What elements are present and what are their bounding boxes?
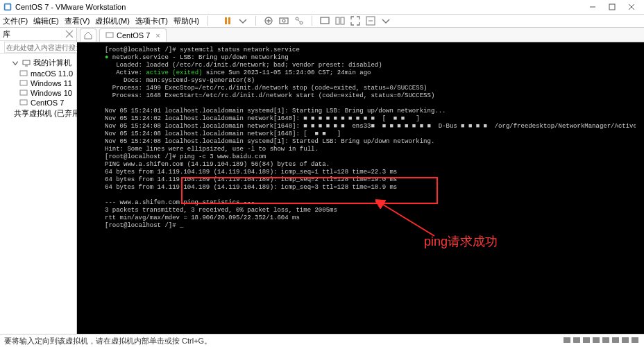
- svg-rect-31: [583, 337, 590, 343]
- library-label: 库: [3, 29, 10, 40]
- title-bar: CentOS 7 - VMware Workstation: [0, 0, 644, 15]
- menu-edit[interactable]: 编辑(E): [33, 16, 59, 26]
- chevron-down-icon: [11, 59, 19, 67]
- tree-item-win11[interactable]: Windows 11: [1, 78, 75, 88]
- menu-view[interactable]: 查看(V): [65, 16, 90, 26]
- tab-centos7[interactable]: CentOS 7 ×: [99, 28, 167, 42]
- vm-icon: [19, 69, 28, 78]
- menu-help[interactable]: 帮助(H): [173, 16, 199, 26]
- menu-tabs[interactable]: 选项卡(T): [135, 16, 168, 26]
- svg-point-11: [296, 17, 298, 20]
- stretch-icon[interactable]: [365, 15, 376, 26]
- svg-rect-33: [602, 337, 609, 343]
- svg-rect-13: [321, 17, 329, 24]
- app-logo-icon: [3, 2, 12, 12]
- tab-label: CentOS 7: [117, 31, 150, 40]
- vm-icon: [19, 99, 28, 107]
- home-tab[interactable]: [80, 28, 96, 42]
- svg-rect-26: [20, 100, 27, 105]
- svg-rect-7: [228, 17, 230, 24]
- svg-rect-25: [20, 90, 27, 95]
- computer-icon: [22, 59, 31, 67]
- tab-close-icon[interactable]: ×: [155, 31, 160, 40]
- tree-item-centos7[interactable]: CentOS 7: [1, 98, 75, 108]
- svg-rect-24: [20, 81, 27, 85]
- send-button-icon[interactable]: [263, 15, 274, 26]
- close-icon[interactable]: [65, 30, 74, 38]
- vm-icon: [19, 79, 28, 87]
- svg-rect-27: [106, 33, 113, 37]
- tree-item-macos[interactable]: macOS 11.0: [1, 69, 75, 78]
- tabs-row: CentOS 7 ×: [77, 28, 644, 42]
- unity-view-icon[interactable]: [334, 15, 346, 26]
- console-scrollbar[interactable]: [636, 42, 644, 335]
- menu-file[interactable]: 文件(F): [3, 16, 28, 26]
- svg-rect-14: [336, 17, 339, 24]
- tree-root-my-computer[interactable]: 我的计算机: [1, 57, 75, 69]
- tree-shared-vms[interactable]: 共享虚拟机 (已弃用): [1, 108, 75, 119]
- svg-rect-35: [622, 337, 629, 343]
- svg-point-12: [300, 22, 303, 24]
- svg-rect-32: [593, 337, 600, 343]
- console-view-icon[interactable]: [319, 15, 330, 26]
- chevron-down-icon-2[interactable]: [380, 15, 391, 26]
- pause-icon[interactable]: [222, 15, 233, 26]
- vm-toolbar: [222, 15, 391, 26]
- svg-rect-1: [6, 5, 10, 10]
- chevron-down-icon[interactable]: [237, 15, 248, 26]
- svg-rect-23: [20, 71, 27, 76]
- svg-rect-29: [564, 337, 570, 343]
- menu-bar: 文件(F) 编辑(E) 查看(V) 虚拟机(M) 选项卡(T) 帮助(H): [0, 15, 644, 28]
- home-icon: [84, 31, 92, 40]
- annotation-text: ping请求成功: [424, 233, 498, 250]
- vm-terminal-output: [root@localhost /]# systemctl status net…: [77, 42, 636, 335]
- window-title: CentOS 7 - VMware Workstation: [15, 3, 126, 11]
- snapshot-mgr-icon[interactable]: [294, 15, 305, 26]
- svg-rect-36: [632, 337, 638, 343]
- menu-vm[interactable]: 虚拟机(M): [95, 16, 130, 26]
- svg-rect-6: [225, 17, 227, 24]
- status-text: 要将输入定向到该虚拟机，请在虚拟机内部单击或按 Ctrl+G。: [4, 336, 212, 346]
- svg-rect-30: [573, 337, 580, 343]
- vm-icon: [105, 31, 114, 40]
- fullscreen-icon[interactable]: [350, 15, 361, 26]
- minimize-button[interactable]: [583, 1, 602, 13]
- device-indicator-icon[interactable]: [564, 336, 640, 346]
- snapshot-icon[interactable]: [278, 15, 289, 26]
- svg-rect-3: [609, 4, 615, 10]
- svg-rect-21: [23, 60, 30, 65]
- svg-point-10: [282, 19, 285, 22]
- svg-rect-34: [612, 337, 619, 343]
- right-pane: CentOS 7 × [root@localhost /]# systemctl…: [77, 28, 644, 335]
- status-bar: 要将输入定向到该虚拟机，请在虚拟机内部单击或按 Ctrl+G。: [0, 334, 644, 347]
- library-tree: 我的计算机 macOS 11.0 Windows 11 Windows 10 C…: [0, 54, 76, 122]
- svg-rect-9: [280, 18, 288, 24]
- close-button[interactable]: [622, 1, 641, 13]
- svg-rect-15: [341, 17, 344, 24]
- tree-item-win10[interactable]: Windows 10: [1, 88, 75, 98]
- library-pane: 库 我的计算机 macOS 11.0 Window: [0, 28, 77, 335]
- maximize-button[interactable]: [602, 1, 622, 13]
- vm-console[interactable]: [root@localhost /]# systemctl status net…: [77, 42, 644, 335]
- vm-icon: [19, 89, 28, 97]
